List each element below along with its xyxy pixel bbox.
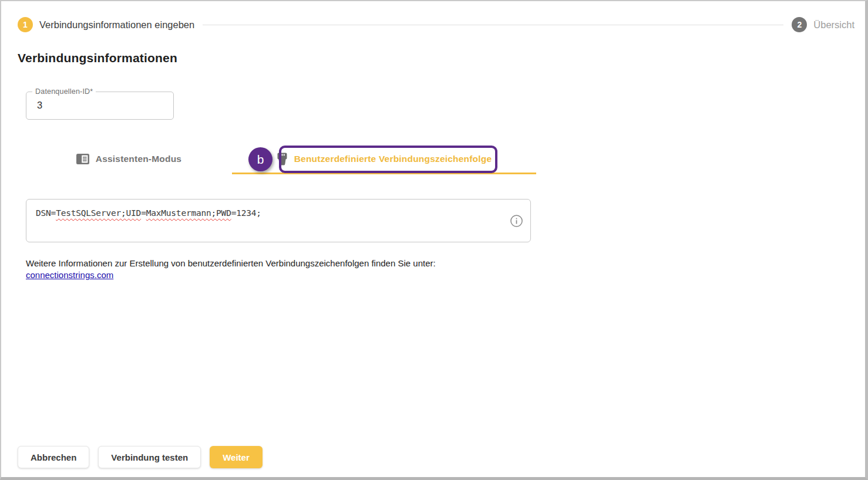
datasource-id-label: Datenquellen-ID*	[32, 87, 96, 96]
tab-assistant-mode[interactable]: Assistenten-Modus	[26, 146, 232, 173]
connstring-segment: =	[141, 208, 146, 218]
mode-tabs: Assistenten-Modus Benutzerdefinierte Ver…	[26, 146, 536, 174]
datasource-id-field[interactable]: Datenquellen-ID* 3	[26, 92, 174, 120]
connstring-segment-misspelled: MaxMustermann;PWD	[146, 208, 231, 218]
info-icon[interactable]	[510, 214, 523, 228]
tab-assistant-mode-label: Assistenten-Modus	[96, 154, 181, 164]
stepper-connector	[203, 25, 783, 25]
connectionstrings-link[interactable]: connectionstrings.com	[26, 270, 113, 280]
stepper-step-1[interactable]: 1 Verbindungsinformationen eingeben	[18, 17, 194, 32]
step-1-badge: 1	[18, 17, 33, 32]
tab-custom-connection-string[interactable]: Benutzerdefinierte Verbindungszeichenfol…	[232, 146, 536, 173]
connection-string-input[interactable]: DSN=TestSQLServer;UID=MaxMustermann;PWD=…	[26, 199, 531, 242]
wizard-window: 1 Verbindungsinformationen eingeben 2 Üb…	[0, 0, 868, 480]
connstring-segment-misspelled: TestSQLServer;UID	[56, 208, 141, 218]
step-2-badge: 2	[792, 17, 807, 32]
cancel-button[interactable]: Abbrechen	[18, 446, 89, 468]
page-title: Verbindungsinformationen	[18, 51, 177, 65]
connstring-segment: DSN=	[36, 208, 56, 218]
action-bar: Abbrechen Verbindung testen Weiter	[18, 446, 263, 468]
annotation-bubble-b: b	[248, 147, 272, 171]
next-button[interactable]: Weiter	[210, 446, 263, 468]
stepper: 1 Verbindungsinformationen eingeben 2 Üb…	[18, 17, 854, 32]
test-connection-button[interactable]: Verbindung testen	[98, 446, 201, 468]
wizard-mode-icon	[76, 154, 89, 164]
help-text-block: Weitere Informationen zur Erstellung von…	[26, 258, 436, 281]
step-1-label: Verbindungsinformationen eingeben	[39, 19, 194, 31]
connstring-segment: =1234;	[231, 208, 261, 218]
plug-icon	[277, 153, 288, 165]
stepper-step-2[interactable]: 2 Übersicht	[792, 17, 854, 32]
tab-custom-connection-string-label: Benutzerdefinierte Verbindungszeichenfol…	[294, 154, 492, 164]
step-2-label: Übersicht	[813, 19, 854, 31]
help-text: Weitere Informationen zur Erstellung von…	[26, 258, 436, 269]
active-tab-indicator	[232, 173, 536, 174]
